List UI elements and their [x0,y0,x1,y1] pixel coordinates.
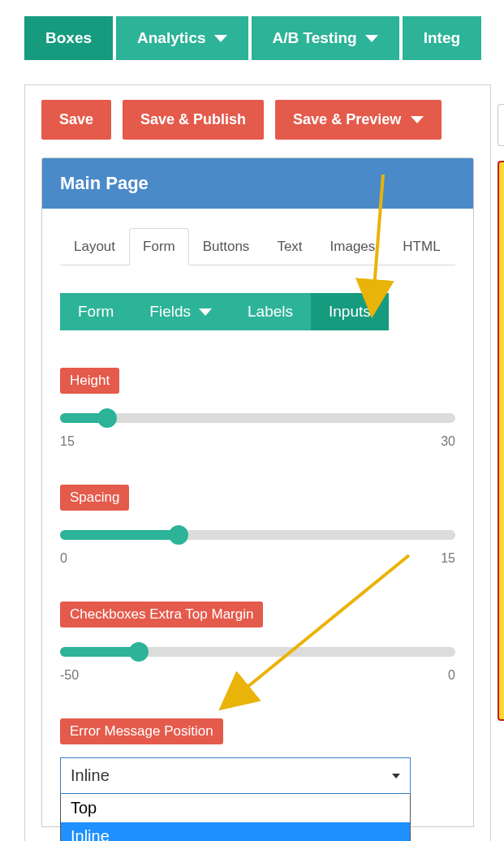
slider-thumb[interactable] [169,525,188,545]
cbmargin-min: -50 [60,668,79,683]
chevron-down-icon [392,774,400,778]
nav-boxes-label: Boxes [45,29,92,47]
spacing-range: 0 15 [60,551,455,566]
pill-fields-label: Fields [149,303,191,321]
offscreen-panel [498,161,504,721]
action-bar: Save Save & Publish Save & Preview [41,100,474,140]
nav-ab-testing[interactable]: A/B Testing [252,16,399,60]
height-min: 15 [60,434,75,449]
tab-html[interactable]: HTML [389,228,454,265]
field-height: Height 15 30 [60,368,455,449]
tab-text-label: Text [277,239,302,254]
spacing-label: Spacing [60,485,129,511]
select-list: Top Inline Top and Inline [60,794,411,841]
save-publish-button-label: Save & Publish [140,111,246,128]
select-option-inline[interactable]: Inline [61,822,410,841]
nav-boxes[interactable]: Boxes [24,16,113,60]
nav-ab-testing-label: A/B Testing [273,29,357,47]
field-cbmargin: Checkboxes Extra Top Margin -50 0 [60,602,455,683]
slider-track [60,413,455,423]
select-value: Inline [71,766,110,785]
chevron-down-icon [199,308,212,316]
save-publish-button[interactable]: Save & Publish [123,100,264,140]
spacing-max: 15 [441,551,455,566]
field-spacing: Spacing 0 15 [60,485,455,566]
cbmargin-slider[interactable] [60,640,455,665]
select-box[interactable]: Inline [60,757,411,794]
nav-integ-label: Integ [424,29,460,47]
slider-fill [60,647,139,657]
tab-buttons[interactable]: Buttons [189,228,264,265]
error-position-select: Inline Top Inline Top and Inline [60,757,411,794]
chevron-down-icon [214,35,227,42]
pill-labels-label: Labels [248,303,293,321]
chevron-down-icon [411,116,424,123]
nav-analytics-label: Analytics [137,29,205,47]
error-position-label: Error Message Position [60,718,223,744]
pill-form-label: Form [78,303,114,321]
height-label: Height [60,368,119,394]
top-nav: Boxes Analytics A/B Testing Integ [0,16,504,60]
tab-text[interactable]: Text [263,228,316,265]
tab-images[interactable]: Images [317,228,390,265]
spacing-slider[interactable] [60,524,455,548]
panel-title: Main Page [42,158,473,209]
tab-buttons-label: Buttons [203,239,250,254]
tab-layout[interactable]: Layout [60,228,129,265]
height-max: 30 [441,434,455,449]
slider-thumb[interactable] [97,408,117,428]
tab-html-label: HTML [403,239,440,254]
chevron-down-icon [365,35,378,42]
pill-inputs[interactable]: Inputs [311,293,389,330]
pill-fields[interactable]: Fields [131,293,230,330]
tab-form[interactable]: Form [129,228,189,265]
save-preview-button[interactable]: Save & Preview [275,100,442,140]
pill-inputs-label: Inputs [329,303,371,321]
select-option-top[interactable]: Top [61,794,410,822]
save-preview-button-label: Save & Preview [293,111,401,128]
save-button-label: Save [59,111,93,128]
pill-form[interactable]: Form [60,293,131,330]
cbmargin-label: Checkboxes Extra Top Margin [60,602,263,628]
pill-labels[interactable]: Labels [230,293,311,330]
select-option-inline-label: Inline [71,827,110,841]
page-frame: Save Save & Publish Save & Preview Main … [24,84,491,841]
offscreen-button[interactable] [498,104,504,146]
slider-fill [60,530,179,540]
nav-analytics[interactable]: Analytics [116,16,248,60]
field-error-position: Error Message Position Inline Top Inline… [60,718,455,794]
cbmargin-range: -50 0 [60,668,455,683]
cbmargin-max: 0 [448,668,455,683]
inner-tabs: Layout Form Buttons Text Images HTML [60,228,455,265]
height-range: 15 30 [60,434,455,449]
save-button[interactable]: Save [41,100,111,140]
select-option-top-label: Top [71,799,97,817]
slider-thumb[interactable] [129,642,149,662]
nav-integ[interactable]: Integ [403,16,481,60]
spacing-min: 0 [60,551,67,566]
tab-form-label: Form [143,239,175,254]
tab-images-label: Images [330,239,376,254]
tab-layout-label: Layout [74,239,115,254]
main-panel: Main Page Layout Form Buttons Text Image… [41,157,474,827]
form-subtabs: Form Fields Labels Inputs [60,293,455,330]
height-slider[interactable] [60,407,455,431]
panel-body: Layout Form Buttons Text Images HTML For… [42,209,473,826]
